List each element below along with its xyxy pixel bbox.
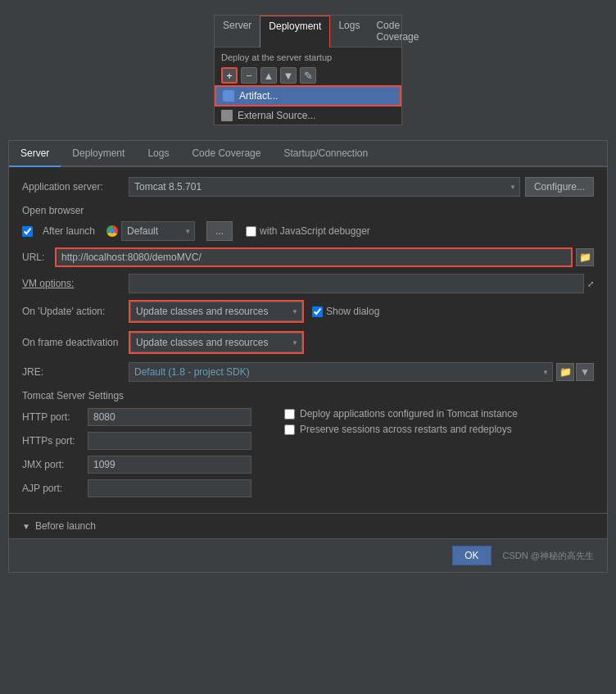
tomcat-ports-col: HTTP port: HTTPs port: JMX port: AJP por… — [22, 408, 251, 503]
top-tabs-bar: Server Deployment Logs Code Coverage — [215, 16, 401, 48]
top-tab-deployment[interactable]: Deployment — [260, 16, 330, 48]
deploy-apps-row: Deploy applications configured in Tomcat… — [284, 408, 518, 420]
http-port-row: HTTP port: — [22, 408, 251, 426]
jmx-port-label: JMX port: — [22, 459, 88, 470]
jmx-port-input[interactable] — [88, 456, 251, 474]
https-port-label: HTTPs port: — [22, 435, 88, 447]
move-up-button[interactable]: ▲ — [260, 67, 277, 84]
url-wrapper: 📁 — [55, 247, 594, 267]
open-browser-header: Open browser — [22, 205, 594, 216]
open-browser-section: Open browser After launch Default ... wi… — [22, 205, 594, 267]
configure-button[interactable]: Configure... — [525, 177, 594, 197]
expand-icon[interactable]: ⤢ — [587, 279, 594, 288]
deploy-apps-checkbox[interactable] — [284, 409, 295, 420]
watermark-text: CSDN @神秘的高先生 — [503, 550, 594, 562]
move-down-button[interactable]: ▼ — [280, 67, 297, 84]
top-screenshot-area: Server Deployment Logs Code Coverage Dep… — [0, 0, 616, 134]
on-update-label: On 'Update' action: — [22, 306, 129, 317]
js-debugger-label: with JavaScript debugger — [260, 225, 370, 237]
preserve-sessions-checkbox[interactable] — [284, 424, 295, 435]
preserve-sessions-row: Preserve sessions across restarts and re… — [284, 424, 518, 435]
deploy-apps-label: Deploy applications configured in Tomcat… — [300, 408, 518, 420]
top-tab-server[interactable]: Server — [215, 16, 260, 47]
jre-dropdown-icon[interactable]: ▼ — [576, 363, 594, 381]
jre-row: JRE: Default (1.8 - project SDK) 📁 ▼ — [22, 362, 594, 382]
on-frame-select-wrapper: Update classes and resources — [129, 331, 304, 354]
browser-select-wrapper: Default — [121, 221, 195, 241]
url-input[interactable] — [55, 247, 573, 267]
deploy-label: Deploy at the server startup — [215, 48, 401, 66]
jre-select[interactable]: Default (1.8 - project SDK) — [129, 362, 553, 382]
url-row: URL: 📁 — [22, 247, 594, 267]
after-launch-checkbox[interactable] — [22, 226, 33, 237]
on-frame-label: On frame deactivation — [22, 337, 129, 348]
vm-options-label: VM options: — [22, 278, 129, 289]
before-launch-section: ▼ Before launch — [9, 513, 607, 538]
js-debugger-checkbox[interactable] — [246, 226, 256, 237]
top-toolbar: + − ▲ ▼ ✎ — [215, 66, 401, 85]
artifact-icon — [223, 90, 234, 102]
browser-select[interactable]: Default — [121, 221, 195, 241]
show-dialog-checkbox[interactable] — [312, 306, 323, 317]
url-label: URL: — [22, 252, 55, 263]
add-button[interactable]: + — [221, 67, 238, 84]
on-frame-select[interactable]: Update classes and resources — [130, 333, 302, 352]
preserve-sessions-label: Preserve sessions across restarts and re… — [300, 424, 512, 435]
tab-code-coverage[interactable]: Code Coverage — [180, 141, 272, 167]
main-tabs-row: Server Deployment Logs Code Coverage Sta… — [9, 141, 607, 167]
tomcat-two-col: HTTP port: HTTPs port: JMX port: AJP por… — [22, 408, 594, 503]
external-source-icon — [221, 110, 233, 121]
form-body: Application server: Tomcat 8.5.701 Confi… — [9, 167, 607, 513]
top-panel: Server Deployment Logs Code Coverage Dep… — [214, 15, 402, 125]
remove-button[interactable]: − — [241, 67, 257, 84]
http-port-input[interactable] — [88, 408, 251, 426]
ok-button[interactable]: OK — [452, 546, 491, 565]
before-launch-label: Before launch — [35, 520, 96, 532]
on-update-select[interactable]: Update classes and resources — [130, 302, 302, 321]
appserver-select[interactable]: Tomcat 8.5.701 — [129, 177, 520, 197]
artifact-menu-item[interactable]: Artifact... — [215, 85, 401, 107]
on-update-row: On 'Update' action: Update classes and r… — [22, 300, 594, 323]
bottom-bar: OK CSDN @神秘的高先生 — [9, 538, 607, 572]
external-source-menu-item[interactable]: External Source... — [215, 107, 401, 125]
after-launch-label: After launch — [43, 225, 95, 237]
chrome-icon — [106, 225, 118, 237]
tab-deployment[interactable]: Deployment — [61, 141, 136, 167]
tab-server[interactable]: Server — [9, 141, 61, 167]
edit-button[interactable]: ✎ — [300, 67, 316, 84]
ajp-port-label: AJP port: — [22, 483, 88, 494]
ajp-port-row: AJP port: — [22, 479, 251, 497]
appserver-row: Application server: Tomcat 8.5.701 Confi… — [22, 177, 594, 197]
tomcat-checkboxes-col: Deploy applications configured in Tomcat… — [268, 408, 518, 503]
browser-row: After launch Default ... with JavaScript… — [22, 221, 594, 241]
on-frame-row: On frame deactivation Update classes and… — [22, 331, 594, 354]
jre-folder-icon[interactable]: 📁 — [556, 363, 574, 381]
ajp-port-input[interactable] — [88, 479, 251, 497]
jre-select-wrapper: Default (1.8 - project SDK) — [129, 362, 553, 382]
vm-options-input[interactable] — [129, 274, 584, 293]
appserver-label: Application server: — [22, 181, 129, 193]
tomcat-settings-title: Tomcat Server Settings — [22, 390, 594, 401]
vm-options-row: VM options: ⤢ — [22, 274, 594, 293]
https-port-row: HTTPs port: — [22, 432, 251, 450]
appserver-select-wrapper: Tomcat 8.5.701 — [129, 177, 520, 197]
jmx-port-row: JMX port: — [22, 456, 251, 474]
url-folder-icon[interactable]: 📁 — [576, 248, 594, 266]
show-dialog-label: Show dialog — [326, 306, 379, 317]
jre-label: JRE: — [22, 366, 129, 378]
tab-logs[interactable]: Logs — [136, 141, 180, 167]
top-tab-logs[interactable]: Logs — [330, 16, 368, 47]
browser-dots-button[interactable]: ... — [206, 221, 233, 241]
before-launch-arrow-icon[interactable]: ▼ — [22, 522, 30, 531]
http-port-label: HTTP port: — [22, 411, 88, 423]
https-port-input[interactable] — [88, 432, 251, 450]
on-update-select-wrapper: Update classes and resources — [129, 300, 304, 323]
tab-startup-connection[interactable]: Startup/Connection — [272, 141, 379, 167]
top-tab-coverage[interactable]: Code Coverage — [368, 16, 427, 47]
main-config-panel: Server Deployment Logs Code Coverage Sta… — [8, 140, 608, 573]
tomcat-settings-section: Tomcat Server Settings HTTP port: HTTPs … — [22, 390, 594, 503]
